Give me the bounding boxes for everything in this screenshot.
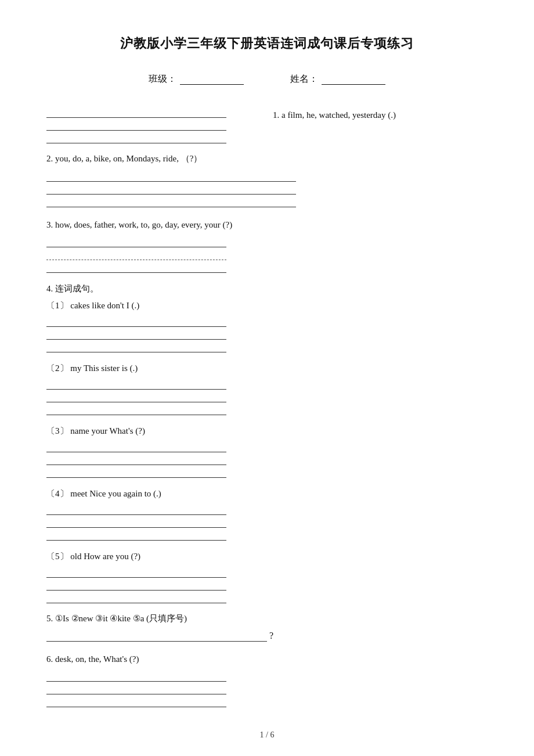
q5-answer-row: ?: [46, 630, 488, 642]
q1-answer-area: [46, 106, 267, 146]
question-4-section: 4. 连词成句。 〔1〕 cakes like don't I (.)〔2〕 m…: [46, 283, 488, 603]
q4-sub-4-line-2: [46, 516, 226, 528]
q4-sub-lines-1: [46, 315, 488, 352]
class-label: 班级：: [149, 73, 176, 85]
question-2-section: 2. you, do, a, bike, on, Mondays, ride, …: [46, 152, 488, 207]
q4-title: 4. 连词成句。: [46, 283, 488, 294]
q4-sub-1-line-2: [46, 328, 226, 340]
page-number: 1 / 6: [46, 730, 488, 740]
name-line: [322, 74, 385, 85]
q3-prompt: 3. how, does, father, work, to, go, day,…: [46, 218, 488, 233]
q4-sub-item-5: 〔5〕 old How are you (?): [46, 549, 488, 603]
q4-sub-5-line-1: [46, 566, 226, 578]
q4-sub-5-line-2: [46, 579, 226, 591]
q3-lines: [46, 236, 488, 273]
q4-sub-label-4: 〔4〕 meet Nice you again to (.): [46, 486, 488, 502]
q4-sub-lines-3: [46, 441, 488, 478]
question-1-section: 1. a film, he, watched, yesterday (.): [46, 106, 488, 146]
q4-sub-label-1: 〔1〕 cakes like don't I (.): [46, 298, 488, 314]
q4-sub-3-line-1: [46, 441, 226, 452]
q5-question-mark: ?: [269, 631, 273, 641]
q6-lines: [46, 670, 488, 707]
q4-sub-1-line-3: [46, 341, 226, 352]
q3-line-2: [46, 249, 226, 260]
q4-sub-item-1: 〔1〕 cakes like don't I (.): [46, 298, 488, 352]
class-field: 班级：: [149, 73, 244, 85]
q4-sub-item-2: 〔2〕 my This sister is (.): [46, 361, 488, 415]
q2-prompt: 2. you, do, a, bike, on, Mondays, ride, …: [46, 152, 488, 167]
q4-sub-label-5: 〔5〕 old How are you (?): [46, 549, 488, 564]
name-field: 姓名：: [290, 73, 385, 85]
q2-line-3: [46, 196, 296, 207]
q3-line-1: [46, 236, 226, 247]
q1-lines: [46, 106, 267, 143]
q1-line-2: [46, 119, 226, 131]
q4-sub-lines-2: [46, 378, 488, 415]
q5-prompt: 5. ①Is ②new ③it ④kite ⑤a (只填序号): [46, 611, 488, 627]
q2-line-1: [46, 170, 296, 182]
q4-sub-4-line-1: [46, 503, 226, 515]
question-6-section: 6. desk, on, the, What's (?): [46, 652, 488, 708]
q4-sub-label-2: 〔2〕 my This sister is (.): [46, 361, 488, 376]
q4-sub-label-3: 〔3〕 name your What's (?): [46, 423, 488, 439]
q4-sub-lines-5: [46, 566, 488, 603]
q4-sub-2-line-2: [46, 391, 226, 402]
q6-prompt: 6. desk, on, the, What's (?): [46, 652, 488, 667]
q1-line-3: [46, 132, 226, 143]
q2-lines: [46, 170, 488, 207]
student-info: 班级： 姓名：: [46, 73, 488, 85]
q6-line-1: [46, 670, 226, 682]
page-title: 沪教版小学三年级下册英语连词成句课后专项练习: [46, 35, 488, 52]
q4-items: 〔1〕 cakes like don't I (.)〔2〕 my This si…: [46, 298, 488, 603]
question-3-section: 3. how, does, father, work, to, go, day,…: [46, 218, 488, 273]
q3-line-3: [46, 261, 226, 273]
q4-sub-1-line-1: [46, 315, 226, 327]
question-5-section: 5. ①Is ②new ③it ④kite ⑤a (只填序号) ?: [46, 611, 488, 642]
q5-line: [46, 630, 267, 642]
q2-line-2: [46, 183, 296, 195]
q4-sub-item-4: 〔4〕 meet Nice you again to (.): [46, 486, 488, 541]
q4-sub-2-line-1: [46, 378, 226, 390]
q4-sub-lines-4: [46, 503, 488, 541]
q4-sub-3-line-3: [46, 466, 226, 478]
q4-sub-2-line-3: [46, 404, 226, 415]
q1-prompt: 1. a film, he, watched, yesterday (.): [273, 106, 488, 124]
q1-line-1: [46, 106, 226, 118]
name-label: 姓名：: [290, 73, 318, 85]
class-line: [180, 74, 244, 85]
q6-line-3: [46, 696, 226, 707]
q4-sub-5-line-3: [46, 592, 226, 603]
q6-line-2: [46, 683, 226, 694]
q4-sub-3-line-2: [46, 453, 226, 465]
q4-sub-4-line-3: [46, 529, 226, 541]
q4-sub-item-3: 〔3〕 name your What's (?): [46, 423, 488, 478]
